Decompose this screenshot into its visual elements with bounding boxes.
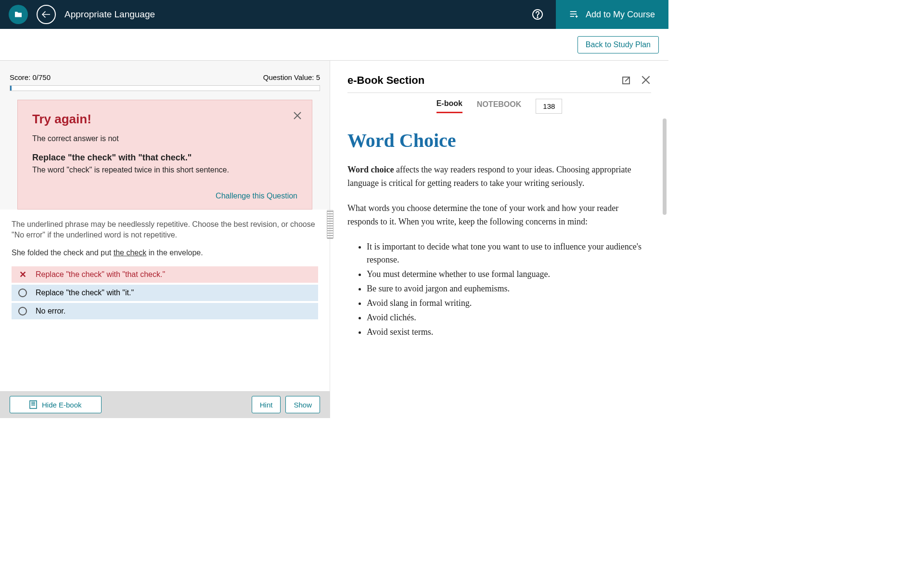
answer-option-a[interactable]: ✕ Replace "the check" with "that check." <box>12 266 318 283</box>
playlist-add-icon <box>569 10 579 19</box>
option-c-label: No error. <box>36 307 65 315</box>
close-icon <box>641 75 651 85</box>
scrollbar-thumb[interactable] <box>663 118 667 215</box>
question-sentence: She folded the check and put the check i… <box>12 248 318 258</box>
subheader: Back to Study Plan <box>0 29 668 61</box>
add-to-course-button[interactable]: Add to My Course <box>556 0 668 29</box>
content-bullets: It is important to decide what tone you … <box>347 240 646 339</box>
svg-point-1 <box>537 17 538 18</box>
back-button[interactable] <box>37 5 56 24</box>
help-icon <box>532 9 543 20</box>
answer-option-c[interactable]: No error. <box>12 303 318 319</box>
radio-icon <box>18 307 27 315</box>
feedback-box: Try again! The correct answer is not Rep… <box>17 100 312 210</box>
book-icon <box>29 400 37 409</box>
feedback-sub: The correct answer is not <box>32 134 297 143</box>
popout-button[interactable] <box>620 75 632 86</box>
back-arrow-icon <box>41 11 51 18</box>
content-heading: Word Choice <box>347 129 646 152</box>
hint-button[interactable]: Hint <box>252 396 281 413</box>
folder-button[interactable] <box>9 5 28 24</box>
help-button[interactable] <box>528 5 547 24</box>
sentence-pre: She folded the check and put <box>12 249 114 257</box>
ebook-header: e-Book Section <box>347 74 651 87</box>
ebook-tabs: E-book NOTEBOOK 138 <box>347 93 651 119</box>
list-item: Be sure to avoid jargon and euphemisms. <box>367 282 646 296</box>
ebook-panel: e-Book Section E-book NOTEBOOK 138 Word … <box>330 61 668 418</box>
feedback-close-button[interactable] <box>293 111 302 120</box>
option-a-label: Replace "the check" with "that check." <box>36 270 165 279</box>
content-paragraph-1: Word choice affects the way readers resp… <box>347 163 646 190</box>
question-value-label: Question Value: 5 <box>263 73 320 81</box>
feedback-answer: Replace "the check" with "that check." <box>32 153 297 163</box>
list-item: Avoid clichés. <box>367 311 646 325</box>
app-header: Appropriate Language Add to My Course <box>0 0 668 29</box>
tab-notebook[interactable]: NOTEBOOK <box>477 100 521 113</box>
radio-icon <box>18 289 27 297</box>
lead-strong: Word choice <box>347 165 394 174</box>
header-left: Appropriate Language <box>0 5 155 24</box>
list-item: It is important to decide what tone you … <box>367 240 646 267</box>
header-right: Add to My Course <box>528 0 668 29</box>
question-block: The underlined phrase may be needlessly … <box>0 210 330 391</box>
question-instruction: The underlined phrase may be needlessly … <box>12 219 318 240</box>
content-paragraph-2: What words you choose determine the tone… <box>347 202 646 229</box>
close-icon <box>293 111 302 120</box>
ebook-section-title: e-Book Section <box>347 74 424 87</box>
back-to-study-plan-button[interactable]: Back to Study Plan <box>578 36 659 53</box>
quiz-panel: Score: 0/750 Question Value: 5 Try again… <box>0 61 330 418</box>
main-content: Score: 0/750 Question Value: 5 Try again… <box>0 61 668 418</box>
show-button[interactable]: Show <box>285 396 320 413</box>
feedback-explanation: The word "check" is repeated twice in th… <box>32 166 297 174</box>
option-b-label: Replace "the check" with "it." <box>36 289 134 297</box>
score-label: Score: 0/750 <box>10 73 51 81</box>
feedback-title: Try again! <box>32 112 297 127</box>
add-to-course-label: Add to My Course <box>586 10 655 20</box>
page-title: Appropriate Language <box>64 9 155 20</box>
close-ebook-button[interactable] <box>641 75 651 86</box>
progress-bar <box>10 85 320 91</box>
score-row: Score: 0/750 Question Value: 5 <box>0 61 330 85</box>
ebook-content: Word Choice Word choice affects the way … <box>347 129 651 410</box>
list-item: You must determine whether to use formal… <box>367 268 646 281</box>
external-link-icon <box>620 75 632 86</box>
hide-ebook-label: Hide E-book <box>42 401 82 409</box>
ebook-actions <box>620 75 651 86</box>
sentence-underlined: the check <box>114 249 146 257</box>
answer-option-b[interactable]: Replace "the check" with "it." <box>12 285 318 301</box>
incorrect-x-icon: ✕ <box>18 270 27 279</box>
progress-fill <box>10 86 12 91</box>
hide-ebook-button[interactable]: Hide E-book <box>10 396 102 413</box>
folder-icon <box>14 11 23 18</box>
sentence-post: in the envelope. <box>146 249 203 257</box>
tab-ebook[interactable]: E-book <box>436 99 462 113</box>
quiz-bottom-bar: Hide E-book Hint Show <box>0 391 330 418</box>
list-item: Avoid sexist terms. <box>367 326 646 339</box>
page-number-input[interactable]: 138 <box>536 99 562 114</box>
list-item: Avoid slang in formal writing. <box>367 297 646 310</box>
challenge-question-link[interactable]: Challenge this Question <box>32 192 297 200</box>
